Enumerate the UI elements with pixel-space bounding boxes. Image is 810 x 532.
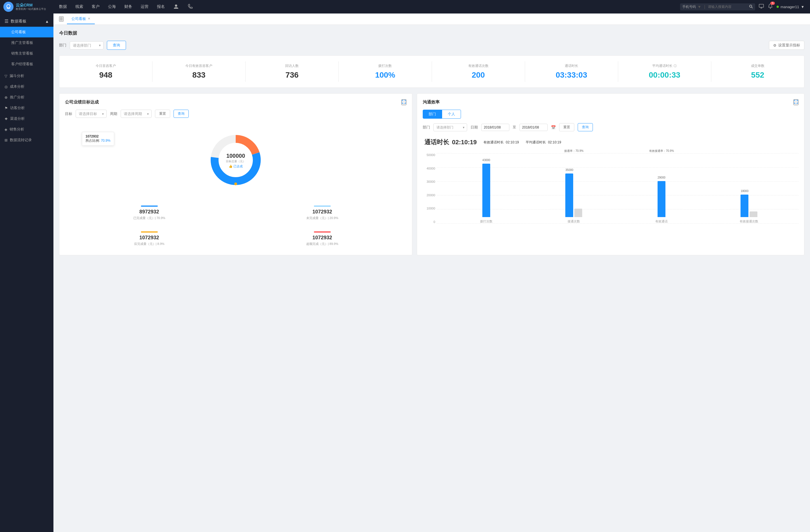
comm-filter-row: 部门 请选择部门 日期 至 📅 重置 查询: [423, 123, 798, 131]
settings-display-button[interactable]: ⚙ 设置显示指标: [769, 41, 804, 50]
cost-icon: ◎: [4, 85, 7, 89]
nav-leads[interactable]: 线索: [75, 3, 83, 11]
tab-close-icon[interactable]: ✕: [88, 17, 90, 20]
funnel-icon: ▽: [4, 74, 7, 78]
period-select[interactable]: 请选择周期: [121, 110, 151, 118]
bar-group-label-3: 有效接通次数: [740, 219, 758, 223]
nav-data[interactable]: 数据: [59, 3, 67, 11]
sidebar-item-promo[interactable]: ⊕ 推广分析: [0, 92, 53, 103]
stats-grid: 8972932 已完成量（元）| 70.9% 1072932 未完成量（元）| …: [65, 202, 406, 249]
search-dropdown[interactable]: 手机号码: [682, 4, 696, 9]
target-select[interactable]: 请选择目标: [76, 110, 107, 118]
bar-connect-sec: [574, 209, 582, 217]
sidebar-item-promo-board[interactable]: 推广主管看板: [0, 37, 53, 48]
visitor-icon: ⚑: [4, 106, 8, 110]
sidebar-section-header-dashboard[interactable]: ☰ 数据看板 ▲: [0, 16, 53, 27]
stats-grid-item-2: 1072932 应完成量（元）| 8.9%: [65, 228, 233, 249]
stat-label-7: 成交单数: [716, 64, 799, 68]
bar-group-effective-connect: 18000 有效接通次数: [706, 149, 793, 223]
stat-value-7: 552: [716, 70, 799, 80]
nav-register[interactable]: 报名: [157, 3, 165, 11]
sidebar-item-cost[interactable]: ◎ 成本分析: [0, 81, 53, 92]
y-label-1: 40000: [427, 167, 435, 170]
sidebar-item-sales-board[interactable]: 销售主管看板: [0, 48, 53, 59]
nav-finance[interactable]: 财务: [124, 3, 132, 11]
sidebar-item-manager-board[interactable]: 客户经理看板: [0, 59, 53, 69]
stats-label-1: 未完成量（元）| 20.9%: [240, 216, 404, 220]
comm-query-button[interactable]: 查询: [578, 123, 593, 131]
y-label-4: 10000: [427, 207, 435, 210]
bar-effective-main: 29000: [658, 181, 665, 217]
monitor-icon[interactable]: [759, 3, 764, 11]
stat-value-0: 948: [64, 70, 148, 80]
sidebar-item-funnel[interactable]: ▽ 漏斗分析: [0, 70, 53, 81]
user-dropdown-icon[interactable]: ▼: [801, 5, 804, 9]
sidebar-item-sales-analysis[interactable]: ◈ 销售分析: [0, 124, 53, 135]
comm-dept-label: 部门: [423, 125, 430, 130]
target-expand-button[interactable]: [401, 99, 406, 105]
stats-grid-item-1: 1072932 未完成量（元）| 20.9%: [238, 202, 406, 223]
tab-bar: ☰ 公司看板 ✕: [53, 14, 810, 25]
comm-reset-button[interactable]: 重置: [559, 123, 574, 131]
stats-label-2: 应完成量（元）| 8.9%: [67, 242, 231, 246]
notification-badge: 5: [770, 2, 775, 5]
stat-value-6: 00:00:33: [623, 70, 707, 80]
bar-ec-main: 18000: [741, 195, 748, 217]
nav-user-icon[interactable]: [173, 2, 179, 11]
comm-tab-dept[interactable]: 部门: [423, 110, 442, 119]
avg-duration-stat: 平均通话时长 02:10:19: [524, 140, 561, 145]
sidebar-item-company-board[interactable]: 公司看板: [0, 27, 53, 37]
stat-label-0: 今日首咨客户: [64, 64, 148, 68]
nav-right: 手机号码 ▼ | 5: [680, 3, 810, 11]
calendar-icon[interactable]: 📅: [551, 125, 556, 130]
user-info[interactable]: manager11 ▼: [777, 5, 804, 9]
logo: 云朵CRM 教育机构一站式服务云平台: [0, 0, 53, 14]
hamburger-button[interactable]: ☰: [59, 16, 64, 22]
date-separator: 至: [513, 125, 516, 130]
stat-label-3: 拨打次数: [343, 64, 427, 68]
nav-customers[interactable]: 客户: [92, 3, 100, 11]
bar-dial-main: 43000: [482, 164, 490, 217]
search-icon[interactable]: [749, 4, 753, 9]
sidebar-item-channel[interactable]: ❖ 渠道分析: [0, 113, 53, 124]
comm-chart-header: 沟通效率: [423, 99, 798, 105]
date-to-input[interactable]: [519, 124, 548, 131]
stat-avg-duration: 平均通话时长 ⓘ 00:00:33: [618, 61, 711, 82]
comm-dept-select[interactable]: 请选择部门: [433, 123, 467, 131]
top-navigation: 云朵CRM 教育机构一站式服务云平台 数据 线索 客户 公海 财务 运营 报名 …: [0, 0, 810, 14]
online-indicator: [777, 6, 779, 8]
bar-chart-area: 50000 40000 30000 20000 10000 0: [423, 153, 798, 232]
dept-select[interactable]: 请选择部门: [70, 41, 103, 49]
today-query-button[interactable]: 查询: [107, 41, 126, 50]
svg-point-12: [234, 182, 237, 185]
bar-dial-label: 43000: [482, 159, 490, 162]
nav-phone-icon[interactable]: [187, 2, 193, 11]
comm-tabs: 部门 个人: [423, 110, 798, 119]
bar-groups: 43000 拨打次数 接通率：70.9% 35000: [437, 153, 798, 223]
target-query-button[interactable]: 查询: [174, 110, 189, 118]
date-from-input[interactable]: [481, 124, 509, 131]
comm-expand-button[interactable]: [793, 99, 798, 105]
target-chart-header: 公司业绩目标达成: [65, 99, 406, 105]
target-reset-button[interactable]: 重置: [155, 110, 170, 118]
comm-tab-person[interactable]: 个人: [442, 110, 461, 119]
tab-company-board[interactable]: 公司看板 ✕: [67, 14, 95, 24]
search-input[interactable]: [708, 5, 747, 9]
svg-rect-4: [759, 4, 764, 7]
sidebar-item-data-flow[interactable]: ⊞ 数据流转记录: [0, 135, 53, 145]
nav-sea[interactable]: 公海: [108, 3, 116, 11]
effective-duration-stat: 有效通话时长 02:10:19: [482, 140, 519, 145]
bar-rate-1: 接通率：70.9%: [564, 149, 583, 153]
logo-icon: [3, 2, 14, 12]
bar-group-effective: 有效接通率：70.9% 29000 有效通话: [618, 149, 705, 223]
nav-operations[interactable]: 运营: [141, 3, 148, 11]
stats-value-3: 1072932: [240, 235, 404, 241]
sidebar-section-label: 数据看板: [11, 19, 27, 24]
stat-label-5: 通话时长: [530, 64, 613, 68]
sidebar-item-visitor[interactable]: ⚑ 访客分析: [0, 103, 53, 113]
svg-line-3: [751, 7, 752, 8]
stats-bar-completed: [141, 205, 158, 207]
notification-icon[interactable]: 5: [767, 3, 773, 11]
settings-icon: ⚙: [773, 43, 777, 48]
stats-value-1: 1072932: [240, 209, 404, 215]
